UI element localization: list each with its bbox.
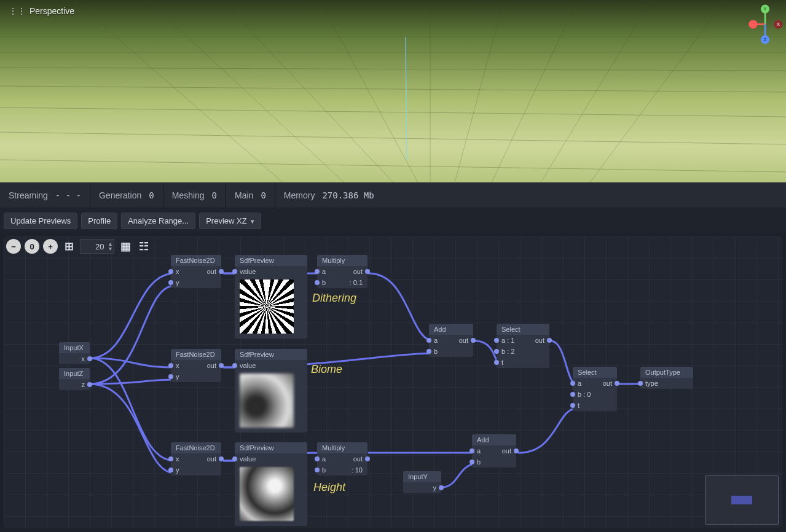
grip-icon: ⋮⋮	[9, 7, 26, 15]
node-title: InputY	[403, 471, 441, 482]
layout-2-icon[interactable]: ☷	[136, 239, 151, 254]
node-title: SdfPreview	[235, 349, 307, 360]
status-bar: Streaming - - - Generation 0 Meshing 0 M…	[0, 182, 786, 208]
terrain-illustration	[0, 0, 786, 182]
node-multiply-2[interactable]: Multiply aout b: 10	[317, 442, 367, 475]
zoom-out-icon[interactable]: −	[6, 239, 21, 254]
zoom-stepper[interactable]: ▴▾	[109, 241, 112, 251]
svg-point-6	[749, 20, 757, 28]
node-input-x[interactable]: InputX x	[59, 342, 90, 364]
node-title: Add	[472, 434, 516, 445]
node-fastnoise2d-2[interactable]: FastNoise2D xout y	[171, 349, 221, 382]
svg-text:X: X	[777, 22, 780, 27]
node-title: Select	[497, 324, 549, 335]
analyze-range-button[interactable]: Analyze Range...	[121, 213, 195, 229]
node-title: SdfPreview	[235, 442, 307, 453]
graph-minimap[interactable]	[705, 475, 779, 525]
status-memory: Memory 270.386 Mb	[275, 183, 383, 208]
node-add-1[interactable]: Add aout b	[429, 324, 473, 357]
preview-thumbnail	[240, 280, 294, 334]
node-output-type[interactable]: OutputType type	[640, 367, 693, 389]
node-sdfpreview-1[interactable]: SdfPreview value	[235, 255, 307, 338]
status-main: Main 0	[226, 183, 275, 208]
view-mode-picker[interactable]: ⋮⋮ Perspective	[2, 2, 81, 20]
preview-thumbnail	[240, 374, 294, 428]
node-multiply-1[interactable]: Multiply aout b: 0.1	[317, 255, 367, 288]
status-streaming: Streaming - - -	[0, 183, 90, 208]
node-add-2[interactable]: Add aout b	[472, 434, 516, 467]
viewport-3d[interactable]: ⋮⋮ Perspective Y X Z	[0, 0, 786, 182]
node-fastnoise2d-3[interactable]: FastNoise2D xout y	[171, 442, 221, 475]
node-select-2[interactable]: Select aout b : 0 t	[573, 367, 617, 411]
preview-thumbnail	[240, 467, 294, 521]
update-previews-button[interactable]: Update Previews	[4, 213, 77, 229]
node-title: Multiply	[317, 255, 367, 266]
zoom-in-icon[interactable]: +	[43, 239, 58, 254]
node-fastnoise2d-1[interactable]: FastNoise2D xout y	[171, 255, 221, 288]
node-title: SdfPreview	[235, 255, 307, 266]
graph-canvas[interactable]: − 0 + ⊞ ▴▾ ▦ ☷	[0, 233, 786, 532]
axis-gizmo[interactable]: Y X Z	[747, 2, 784, 52]
node-title: Select	[573, 367, 617, 378]
profile-button[interactable]: Profile	[81, 213, 117, 229]
node-select-1[interactable]: Select a : 1out b : 2 t	[497, 324, 549, 368]
graph-zoom-toolbar: − 0 + ⊞ ▴▾ ▦ ☷	[0, 233, 157, 260]
node-title: InputX	[59, 342, 90, 353]
node-title: Multiply	[317, 442, 367, 453]
node-input-z[interactable]: InputZ z	[59, 368, 90, 390]
node-title: InputZ	[59, 368, 90, 379]
svg-text:Z: Z	[764, 37, 767, 42]
minimap-view-rect	[731, 496, 752, 504]
snap-icon[interactable]: ⊞	[61, 239, 76, 254]
node-input-y[interactable]: InputY y	[403, 471, 441, 493]
status-meshing: Meshing 0	[163, 183, 226, 208]
node-title: FastNoise2D	[171, 255, 221, 266]
zoom-reset-icon[interactable]: 0	[25, 239, 39, 254]
node-title: FastNoise2D	[171, 349, 221, 360]
node-title: FastNoise2D	[171, 442, 221, 453]
preview-plane-dropdown[interactable]: Preview XZ	[199, 213, 261, 229]
svg-text:Y: Y	[763, 6, 767, 12]
node-sdfpreview-2[interactable]: SdfPreview value	[235, 349, 307, 432]
layout-1-icon[interactable]: ▦	[118, 239, 133, 254]
node-sdfpreview-3[interactable]: SdfPreview value	[235, 442, 307, 526]
view-mode-label: Perspective	[29, 6, 74, 16]
node-title: OutputType	[640, 367, 693, 378]
status-generation: Generation 0	[90, 183, 163, 208]
node-title: Add	[429, 324, 473, 335]
graph-toolbar: Update Previews Profile Analyze Range...…	[0, 208, 786, 233]
